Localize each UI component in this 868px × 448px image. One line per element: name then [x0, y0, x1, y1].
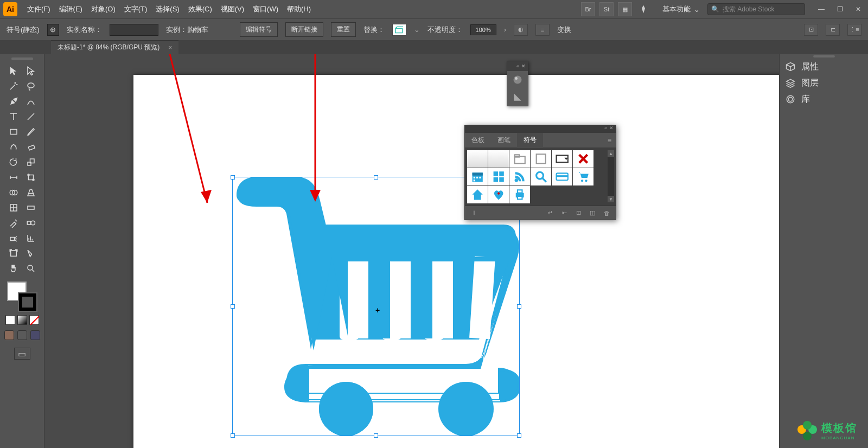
symbol-thumb-thumbs[interactable] — [488, 168, 509, 185]
draw-behind-icon[interactable] — [17, 330, 27, 340]
panel-header[interactable]: «✕ — [465, 125, 616, 133]
selection-tool-icon[interactable] — [5, 63, 22, 79]
menu-item[interactable]: 窗口(W) — [248, 2, 283, 16]
menu-item[interactable]: 文字(T) — [120, 2, 152, 16]
bridge-icon[interactable]: Br — [581, 2, 595, 16]
symbol-library-icon[interactable]: ⫴ — [468, 208, 480, 218]
dock-item-库[interactable]: 库 — [780, 91, 868, 107]
workspace-selector[interactable]: 基本功能 ⌄ — [659, 4, 703, 14]
opacity-input[interactable]: 100% — [470, 24, 496, 35]
symbol-thumb-calendar[interactable] — [467, 168, 488, 185]
fill-stroke-control[interactable] — [7, 281, 37, 312]
rectangle-tool-icon[interactable] — [5, 124, 22, 139]
restore-icon[interactable]: ❐ — [833, 3, 846, 16]
menu-item[interactable]: 文件(F) — [23, 2, 55, 16]
slice-tool-icon[interactable] — [22, 246, 40, 261]
selection-handle[interactable] — [231, 304, 235, 309]
blend-tool-icon[interactable] — [22, 215, 40, 231]
menu-item[interactable]: 效果(C) — [184, 2, 216, 16]
break-link-icon[interactable]: ⇤ — [558, 208, 570, 218]
minimize-icon[interactable]: — — [815, 3, 828, 16]
color-guide-icon[interactable] — [507, 88, 528, 106]
symbol-thumb-home[interactable] — [467, 186, 488, 203]
color-none-icon[interactable] — [29, 315, 39, 325]
menu-item[interactable]: 编辑(E) — [55, 2, 87, 16]
tab-symbols[interactable]: 符号 — [517, 133, 543, 148]
panel-menu-icon[interactable]: ≡ — [603, 137, 616, 144]
instance-name-input[interactable] — [110, 24, 158, 36]
scroll-down-icon[interactable]: ▼ — [608, 196, 614, 202]
curvature-tool-icon[interactable] — [22, 94, 40, 109]
break-link-button[interactable]: 断开链接 — [285, 22, 323, 37]
shaper-tool-icon[interactable] — [5, 139, 22, 155]
type-tool-icon[interactable] — [5, 109, 22, 124]
symbol-thumb-dropdown[interactable] — [552, 150, 572, 168]
lasso-tool-icon[interactable] — [22, 79, 40, 94]
screen-mode-icon[interactable]: ▭ — [14, 348, 30, 360]
isolate-icon[interactable]: ⊡ — [804, 24, 818, 36]
selection-handle[interactable] — [231, 433, 235, 438]
scroll-up-icon[interactable]: ▲ — [608, 150, 614, 157]
dock-handle[interactable] — [780, 54, 868, 59]
outline-icon[interactable]: ⊏ — [826, 24, 840, 36]
menu-item[interactable]: 选择(S) — [151, 2, 183, 16]
symbol-thumb-x[interactable] — [573, 150, 593, 168]
new-symbol-icon[interactable]: ◫ — [586, 208, 598, 218]
symbol-sprayer-tool-icon[interactable] — [5, 231, 22, 246]
menu-item[interactable]: 帮助(H) — [283, 2, 315, 16]
mini-panel-header[interactable]: «✕ — [507, 61, 528, 71]
symbol-thumb-thumb-gray[interactable] — [467, 150, 488, 168]
rotate-tool-icon[interactable] — [5, 155, 22, 170]
scale-tool-icon[interactable] — [22, 155, 40, 170]
stroke-color-box[interactable] — [18, 292, 37, 312]
magic-wand-tool-icon[interactable] — [5, 79, 22, 94]
hand-tool-icon[interactable] — [5, 261, 22, 276]
eyedropper-tool-icon[interactable] — [5, 215, 22, 231]
selection-handle[interactable] — [517, 304, 521, 309]
stock-icon[interactable]: St — [599, 2, 614, 16]
tab-brushes[interactable]: 画笔 — [491, 133, 517, 148]
artboard-tool-icon[interactable] — [5, 246, 22, 261]
symbol-thumb-print[interactable] — [509, 186, 530, 203]
canvas-area[interactable]: + «✕ «✕ 色板 — [44, 54, 779, 448]
align-icon[interactable]: ≡ — [535, 24, 550, 36]
menu-item[interactable]: 对象(O) — [87, 2, 120, 16]
tab-close-icon[interactable]: × — [168, 44, 172, 52]
eraser-tool-icon[interactable] — [22, 139, 40, 155]
color-panel-icon[interactable] — [507, 71, 528, 88]
close-icon[interactable]: ✕ — [852, 3, 865, 16]
symbol-thumb-rss[interactable] — [509, 168, 530, 185]
recolor-icon[interactable]: ◐ — [514, 24, 528, 36]
delete-symbol-icon[interactable]: 🗑 — [601, 208, 612, 218]
symbol-thumb-heart[interactable] — [488, 186, 509, 203]
menu-item[interactable]: 视图(V) — [216, 2, 248, 16]
gpu-rocket-icon[interactable] — [636, 2, 650, 16]
registration-point-icon[interactable]: ⊕ — [47, 24, 59, 36]
pen-tool-icon[interactable] — [5, 94, 22, 109]
symbol-thumb-box[interactable] — [531, 150, 551, 168]
draw-inside-icon[interactable] — [30, 330, 40, 340]
mesh-tool-icon[interactable] — [5, 200, 22, 215]
color-gradient-icon[interactable] — [17, 315, 27, 325]
graph-tool-icon[interactable] — [22, 231, 40, 246]
selection-handle[interactable] — [231, 175, 235, 180]
menu-icon[interactable]: ⋮≡ — [847, 24, 861, 36]
dock-item-属性[interactable]: 属性 — [780, 59, 868, 75]
direct-selection-tool-icon[interactable] — [22, 63, 40, 79]
perspective-tool-icon[interactable] — [22, 185, 40, 200]
panel-scrollbar[interactable]: ▲ ▼ — [608, 150, 614, 202]
arrange-docs-icon[interactable]: ▦ — [618, 2, 632, 16]
dock-item-图层[interactable]: 图层 — [780, 75, 868, 91]
line-tool-icon[interactable] — [22, 109, 40, 124]
width-tool-icon[interactable] — [5, 170, 22, 185]
tab-swatches[interactable]: 色板 — [465, 133, 491, 148]
document-tab[interactable]: 未标题-1* @ 84% (RGB/GPU 预览) × — [51, 40, 178, 54]
symbol-thumb-cart[interactable] — [573, 168, 593, 185]
selection-handle[interactable] — [517, 433, 521, 438]
symbol-thumb-folder[interactable] — [509, 150, 530, 168]
paintbrush-tool-icon[interactable] — [22, 124, 40, 139]
shape-builder-tool-icon[interactable] — [5, 185, 22, 200]
color-solid-icon[interactable] — [5, 315, 15, 325]
symbol-thumb-search[interactable] — [531, 168, 551, 185]
symbol-thumb-thumb-gray[interactable] — [488, 150, 509, 168]
